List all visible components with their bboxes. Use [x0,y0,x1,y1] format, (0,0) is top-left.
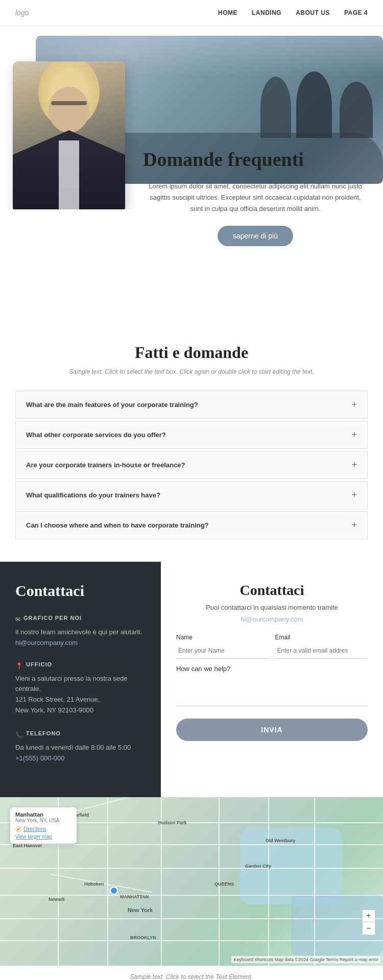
map-background: MANHATTAN New York BROOKLYN QUEENS Newar… [0,797,383,966]
name-field-group: Name [176,634,269,659]
faq-item-2[interactable]: What other corporate services do you off… [15,421,368,449]
faq-expand-icon-5: + [351,520,357,531]
submit-button[interactable]: INVIA [176,719,368,741]
faq-expand-icon-4: + [351,490,357,500]
name-label: Name [176,634,269,641]
contact-form-email-link[interactable]: hi@ourcompany.com [241,615,303,623]
envelope-icon: ✉ [15,616,20,623]
faq-item-1[interactable]: What are the main features of your corpo… [15,391,368,419]
footer-sample-text: Sample text. Click to select the Text El… [130,973,253,980]
name-input[interactable] [176,643,269,659]
nav-page4[interactable]: PAGE 4 [344,9,368,16]
faq-expand-icon-3: + [351,460,357,470]
map-zoom-controls: + − [362,910,375,935]
faq-title: Fatti e domande [15,343,368,362]
map-label-queens: QUEENS [214,881,234,887]
hero-section: Domande frequenti Lorem ipsum dolor sit … [0,26,383,287]
directions-icon: 🧭 [15,826,21,832]
email-input[interactable] [275,643,368,659]
phone-hours: Da lunedì a venerdì dalle 8:00 alle 5:00 [15,743,146,753]
faq-subtitle: Sample text. Click to select the text bo… [15,368,368,375]
email-label: Email [275,634,368,641]
map-label-manhattan: MANHATTAN [120,894,149,899]
footer: Sample text. Click to select the Text El… [0,966,383,980]
map-label-hudson-valley: Hudson Park [158,820,187,825]
contact-form-panel: Contattaci Puoi contattarci in qualsiasi… [161,562,383,797]
contact-section: Contattaci ✉ GRAFICO PER NOI Il nostro t… [0,562,383,797]
phone-icon: 📞 [15,731,23,738]
map-location-pin [110,887,116,893]
map-directions-link[interactable]: Directions [23,826,46,832]
email-description: Il nostro team amichevole è qui per aiut… [15,627,146,638]
faq-expand-icon-2: + [351,429,357,440]
hero-title: Domande frequenti [143,148,368,172]
map-road-v5 [268,797,269,966]
faq-expand-icon-1: + [351,399,357,410]
map-label-brooklyn: BROOKLYN [130,935,156,940]
logo: logo [15,9,29,17]
hero-description: Lorem ipsum dolor sit amet, consectetur … [143,181,368,214]
hero-cta-button[interactable]: saperne di più [218,226,293,246]
map-label-hoboken: Hoboken [84,881,104,887]
map-label-east-hanover: East Hanover [13,843,42,848]
faq-section: Fatti e domande Sample text. Click to se… [0,313,383,562]
contact-office-block: 📍 UFFICIO Vieni a salutarci presso la no… [15,661,146,716]
contact-right-title: Contattaci [176,582,368,599]
spacer [0,287,383,313]
faq-item-4[interactable]: What qualifications do your trainers hav… [15,481,368,509]
phone-section-title: TELEFONO [26,730,61,736]
address-line1: 121 Rock Street, 21 Avenue, [15,695,146,705]
nav-links: HOME LANDING ABOUT US PAGE 4 [218,9,368,16]
map-attribution: Keyboard shortcuts Map data ©2024 Google… [231,956,380,963]
map-popup: Manhattan New York, NY, USA 🧭 Directions… [10,807,77,844]
nav-landing[interactable]: LANDING [252,9,281,16]
map-section: MANHATTAN New York BROOKLYN QUEENS Newar… [0,797,383,966]
name-email-row: Name Email [176,634,368,659]
navigation: logo HOME LANDING ABOUT US PAGE 4 [0,0,383,26]
map-label-old-westbury: Old Westbury [266,838,295,843]
hero-floating-card [13,61,125,209]
map-popup-subtitle: New York, NY, USA [15,818,71,823]
contact-email-block: ✉ GRAFICO PER NOI Il nostro team amichev… [15,615,146,647]
office-section-title: UFFICIO [26,661,52,667]
faq-list: What are the main features of your corpo… [15,391,368,539]
nav-home[interactable]: HOME [218,9,237,16]
how-can-we-help-label: How can we help? [176,665,368,673]
phone-link[interactable]: +1(555) 000-000 [15,754,65,762]
faq-item-3[interactable]: Are your corporate trainers in-house or … [15,451,368,479]
address-line2: New York, NY 92103-9000 [15,705,146,716]
email-section-title: GRAFICO PER NOI [23,615,82,621]
office-description: Vieni a salutarci presso la nostra sede … [15,674,146,695]
contact-email-link[interactable]: hi@ourcompany.com [15,639,78,647]
contact-left-panel: Contattaci ✉ GRAFICO PER NOI Il nostro t… [0,562,161,797]
map-label-garden-city: Garden City [245,864,271,869]
map-label-newyork: New York [128,907,153,913]
location-icon: 📍 [15,662,23,670]
contact-left-title: Contattaci [15,582,146,600]
map-popup-title: Manhattan [15,811,71,818]
map-label-newark: Newark [49,897,65,902]
message-textarea[interactable] [176,676,368,706]
contact-subtitle: Puoi contattarci in qualsiasi momento tr… [176,604,368,611]
map-road-v2 [107,797,108,966]
email-field-group: Email [275,634,368,659]
map-larger-map-link[interactable]: View larger map [15,834,71,840]
contact-phone-block: 📞 TELEFONO Da lunedì a venerdì dalle 8:0… [15,730,146,762]
nav-about[interactable]: ABOUT US [296,9,330,16]
map-zoom-in-button[interactable]: + [363,910,375,922]
faq-item-5[interactable]: Can I choose where and when to have corp… [15,511,368,539]
map-zoom-out-button[interactable]: − [363,922,375,935]
map-road-v6 [314,797,315,966]
